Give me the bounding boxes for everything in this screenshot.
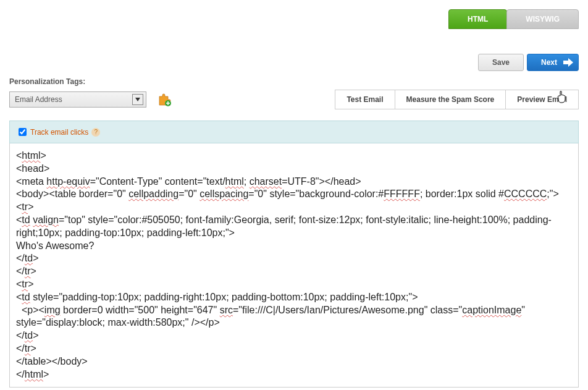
next-label: Next xyxy=(541,58,557,67)
personalization-select[interactable]: Email Address xyxy=(9,91,146,108)
puzzle-plus-icon[interactable] xyxy=(158,93,171,106)
select-value: Email Address xyxy=(15,95,62,104)
chevron-down-icon xyxy=(132,94,143,105)
test-email-button[interactable]: Test Email xyxy=(335,90,394,109)
track-checkbox[interactable] xyxy=(19,128,27,136)
help-icon[interactable]: ? xyxy=(91,128,100,137)
spam-score-button[interactable]: Measure the Spam Score xyxy=(395,90,506,109)
next-button[interactable]: Next xyxy=(527,54,579,71)
personalization-label: Personalization Tags: xyxy=(9,77,579,90)
html-code-editor[interactable]: <html> <head> <meta http-equiv="Content-… xyxy=(9,143,579,388)
cursor-pointer-icon xyxy=(556,91,568,106)
tab-html[interactable]: HTML xyxy=(448,9,507,29)
track-bar: Track email clicks ? xyxy=(9,121,579,143)
track-label: Track email clicks xyxy=(30,128,88,137)
save-button[interactable]: Save xyxy=(478,54,524,71)
arrow-right-icon xyxy=(563,58,573,67)
tab-wysiwyg[interactable]: WISYWIG xyxy=(506,9,579,29)
